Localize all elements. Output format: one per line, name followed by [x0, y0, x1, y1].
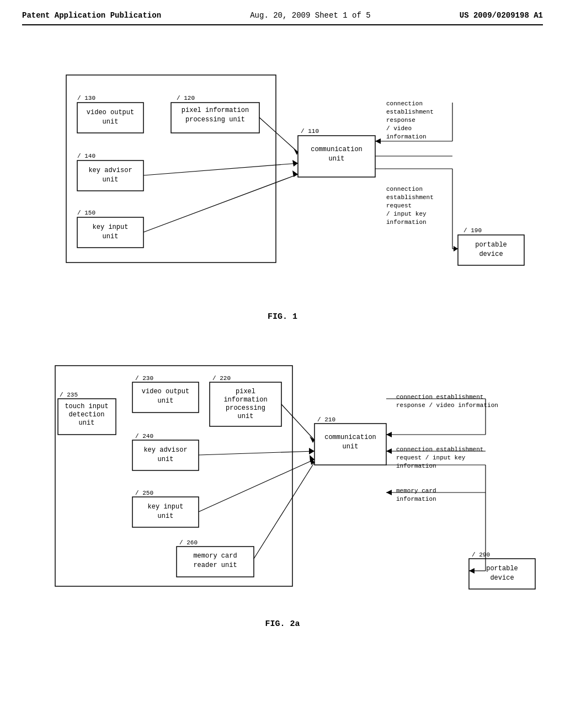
header-left: Patent Application Publication: [22, 11, 161, 20]
figure-2a-section: touch input detection unit / 235 video o…: [22, 344, 543, 629]
svg-text:/ 290: / 290: [472, 552, 490, 558]
svg-text:video output: video output: [142, 388, 189, 395]
svg-text:key advisor: key advisor: [143, 446, 187, 454]
svg-text:unit: unit: [158, 456, 174, 463]
svg-marker-98: [386, 432, 392, 437]
svg-line-29: [143, 174, 298, 232]
fig2a-diagram: touch input detection unit / 235 video o…: [22, 344, 552, 614]
svg-text:/ 230: / 230: [135, 375, 153, 382]
svg-text:key advisor: key advisor: [88, 167, 132, 174]
svg-text:memory card: memory card: [193, 552, 237, 560]
svg-line-85: [281, 404, 315, 440]
figure-1-section: video output unit / 130 pixel informatio…: [22, 42, 543, 322]
svg-text:information: information: [386, 219, 427, 226]
svg-text:connection: connection: [386, 186, 423, 192]
svg-marker-28: [292, 160, 298, 167]
svg-text:processing unit: processing unit: [185, 116, 245, 124]
svg-text:connection: connection: [386, 100, 423, 107]
svg-text:unit: unit: [79, 419, 95, 427]
svg-text:information: information: [396, 463, 436, 469]
svg-text:establishment: establishment: [386, 194, 434, 201]
svg-text:connection establishment: connection establishment: [396, 394, 483, 400]
page: Patent Application Publication Aug. 20, …: [0, 0, 565, 728]
svg-text:portable: portable: [475, 241, 507, 249]
svg-line-89: [199, 459, 315, 512]
svg-text:/ 130: / 130: [77, 95, 95, 101]
svg-text:unit: unit: [343, 443, 359, 451]
header-right: US 2009/0209198 A1: [460, 11, 543, 20]
svg-marker-48: [454, 246, 458, 251]
svg-text:detection: detection: [69, 411, 105, 419]
svg-text:unit: unit: [329, 155, 345, 163]
svg-text:unit: unit: [238, 413, 254, 420]
svg-text:request / input key: request / input key: [396, 454, 466, 461]
svg-text:/ 210: / 210: [317, 416, 335, 423]
svg-text:/ 140: / 140: [77, 153, 95, 159]
header-center: Aug. 20, 2009 Sheet 1 of 5: [250, 11, 370, 20]
svg-text:/ video: / video: [386, 125, 412, 132]
svg-text:information: information: [386, 133, 427, 140]
svg-text:touch input: touch input: [65, 403, 108, 410]
svg-marker-103: [386, 448, 392, 454]
svg-text:connection establishment: connection establishment: [396, 446, 483, 453]
svg-text:pixel: pixel: [236, 388, 255, 395]
svg-text:unit: unit: [158, 512, 174, 520]
svg-text:processing: processing: [226, 404, 265, 412]
svg-marker-111: [386, 490, 392, 495]
svg-marker-38: [375, 138, 381, 144]
svg-text:key input: key input: [148, 503, 184, 511]
svg-text:response: response: [386, 117, 415, 124]
svg-marker-109: [469, 568, 475, 574]
svg-text:/ 235: / 235: [60, 392, 78, 398]
svg-text:communication: communication: [311, 146, 363, 153]
svg-text:memory card: memory card: [396, 488, 436, 494]
svg-text:/ 240: / 240: [135, 433, 153, 440]
svg-text:unit: unit: [103, 233, 119, 240]
svg-text:unit: unit: [103, 118, 119, 126]
svg-text:key input: key input: [93, 223, 129, 231]
svg-text:/ 260: / 260: [179, 539, 198, 546]
svg-marker-88: [309, 448, 315, 454]
svg-text:/ 120: / 120: [177, 95, 195, 101]
svg-text:/ 190: / 190: [463, 227, 482, 234]
svg-text:/ input key: / input key: [386, 211, 427, 217]
svg-text:unit: unit: [158, 397, 174, 405]
svg-text:device: device: [479, 250, 503, 258]
svg-text:response / video information: response / video information: [396, 402, 498, 409]
svg-text:device: device: [490, 574, 514, 582]
svg-text:/ 220: / 220: [212, 375, 231, 382]
svg-text:portable: portable: [486, 565, 518, 572]
svg-marker-26: [294, 148, 298, 155]
svg-text:/ 150: / 150: [77, 210, 95, 216]
page-header: Patent Application Publication Aug. 20, …: [22, 11, 543, 25]
svg-text:establishment: establishment: [386, 109, 434, 115]
svg-line-87: [199, 451, 315, 455]
svg-text:pixel information: pixel information: [182, 106, 249, 114]
svg-text:request: request: [386, 202, 412, 209]
svg-line-91: [254, 462, 315, 559]
svg-text:video output: video output: [87, 109, 134, 116]
fig2a-label: FIG. 2a: [22, 619, 543, 629]
svg-line-25: [259, 117, 298, 152]
svg-text:information: information: [223, 396, 267, 404]
svg-text:communication: communication: [324, 433, 376, 441]
svg-text:/ 250: / 250: [135, 490, 153, 496]
fig1-diagram: video output unit / 130 pixel informatio…: [22, 42, 552, 307]
svg-line-27: [143, 163, 298, 175]
svg-text:information: information: [396, 496, 436, 502]
svg-text:reader unit: reader unit: [193, 561, 237, 569]
fig1-label: FIG. 1: [22, 312, 543, 322]
svg-text:unit: unit: [103, 176, 119, 184]
svg-text:/ 110: / 110: [301, 128, 319, 135]
